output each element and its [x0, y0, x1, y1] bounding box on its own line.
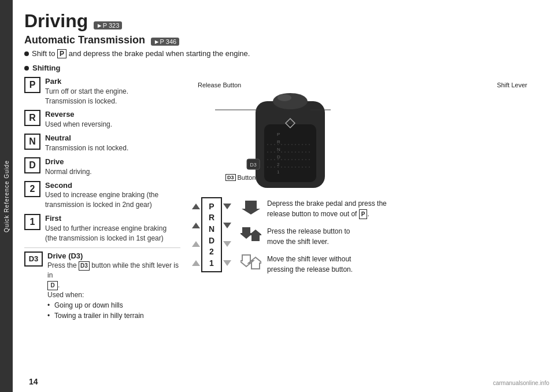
d3-button-label: D3 Button [225, 174, 256, 181]
gear-badge-d3: D3 [24, 252, 43, 267]
down-up-outline-icon [240, 253, 261, 271]
gear-info-d: Drive Normal driving. [45, 157, 92, 177]
prnd-r: R [209, 213, 214, 222]
gear-item-p: P Park Turn off or start the engine.Tran… [24, 77, 180, 106]
instr-icon-2 [240, 225, 261, 243]
gear-name-p: Park [45, 77, 128, 87]
svg-text:D3: D3 [250, 162, 257, 168]
gear-item-2: 2 Second Used to increase engine braking… [24, 181, 180, 210]
svg-text:1: 1 [277, 169, 280, 175]
gear-badge-p: P [24, 77, 40, 93]
svg-point-2 [278, 94, 291, 101]
instructions-panel: Depress the brake pedal and press the re… [240, 197, 539, 280]
arrow-down-1 [223, 204, 231, 209]
prnd-left-arrows [192, 197, 200, 272]
section-title: Automatic Transmission [24, 34, 145, 46]
gear-item-1: 1 First Used to further increase engine … [24, 214, 180, 243]
d-inline-badge: D [47, 281, 58, 290]
down-up-dark-icon [240, 225, 261, 243]
svg-point-1 [273, 93, 308, 109]
d3-bullet-1: Going up or down hills [47, 300, 180, 310]
prnd-1: 1 [209, 258, 214, 268]
p-badge: P [359, 209, 368, 219]
arrow-up-outline-1 [192, 241, 200, 247]
prnd-2: 2 [209, 247, 214, 256]
gear-list: P Park Turn off or start the engine.Tran… [24, 77, 180, 325]
gear-info-1: First Used to further increase engine br… [45, 214, 166, 243]
gear-badge-2: 2 [24, 181, 40, 197]
sidebar: Quick Reference Guide [0, 0, 13, 392]
gear-item-d3: D3 Drive (D3) Press the D3 button while … [24, 252, 180, 321]
gear-name-d3: Drive (D3) [47, 252, 180, 261]
shifting-bullet [24, 66, 29, 71]
gear-info-r: Reverse Used when reversing. [45, 110, 112, 130]
sidebar-label: Quick Reference Guide [3, 160, 10, 232]
arrow-up-outline-2 [192, 260, 200, 266]
svg-text:D: D [277, 154, 280, 160]
gear-desc-d: Normal driving. [45, 167, 92, 177]
arrow-up-1 [192, 204, 200, 209]
gear-badge-1: 1 [24, 214, 40, 230]
prnd-d: D [209, 236, 214, 245]
prnd-box: P R N D 2 1 [201, 197, 222, 272]
prnd-right-arrows [223, 197, 231, 272]
instr-text-3: Move the shift lever without pressing th… [267, 253, 353, 275]
prnd-p: P [209, 202, 214, 211]
main-content: Driving ►P 323 Automatic Transmission ►P… [13, 0, 555, 392]
gear-desc-2: Used to increase engine braking (thetran… [45, 190, 158, 210]
right-column: Release Button Shift Lever [186, 77, 539, 325]
shift-lever-label: Shift Lever [497, 82, 527, 88]
instruction-2: Press the release button to move the shi… [240, 225, 539, 247]
section-ref: ►P 346 [151, 38, 179, 46]
arrow-up-2 [192, 223, 200, 228]
arrow-down-outline-2 [223, 260, 231, 266]
instr-text-2: Press the release button to move the shi… [267, 225, 350, 247]
gear-item-n: N Neutral Transmission is not locked. [24, 134, 180, 153]
svg-text:P: P [277, 132, 280, 137]
intro-text: Shift to P and depress the brake pedal w… [32, 49, 250, 58]
prnd-diagram: P R N D 2 1 [192, 197, 231, 272]
instruction-3: Move the shift lever without pressing th… [240, 253, 539, 275]
gear-item-d: D Drive Normal driving. [24, 157, 180, 177]
bottom-section: P R N D 2 1 [186, 197, 539, 280]
svg-marker-20 [240, 227, 253, 239]
title-ref: ►P 323 [94, 21, 122, 29]
arrow-down-outline-1 [223, 241, 231, 247]
svg-marker-19 [242, 201, 260, 215]
gear-desc-p: Turn off or start the engine.Transmissio… [45, 87, 128, 106]
diagram-area: Release Button Shift Lever [198, 77, 539, 193]
watermark: carmanualsonline.info [493, 380, 549, 386]
gear-info-n: Neutral Transmission is not locked. [45, 134, 128, 153]
d3-inline-badge: D3 [79, 261, 90, 271]
gear-desc-r: Used when reversing. [45, 120, 112, 130]
d3-bullet-2: Towing a trailer in hilly terrain [47, 310, 180, 321]
shifting-label: Shifting [32, 64, 60, 72]
gear-badge-d: D [24, 157, 40, 173]
gear-info-d3: Drive (D3) Press the D3 button while the… [47, 252, 180, 321]
release-button-label: Release Button [198, 82, 241, 88]
svg-text:2: 2 [277, 162, 280, 167]
gear-desc-d3: Press the D3 button while the shift leve… [47, 261, 180, 299]
gear-name-r: Reverse [45, 110, 112, 120]
section-title-row: Automatic Transmission ►P 346 [24, 34, 539, 46]
gear-badge-n: N [24, 134, 40, 150]
page-number: 14 [29, 377, 38, 386]
bullet-dot [24, 51, 29, 56]
shifting-heading: Shifting [24, 64, 539, 72]
gear-desc-1: Used to further increase engine braking(… [45, 224, 166, 243]
gear-info-p: Park Turn off or start the engine.Transm… [45, 77, 128, 106]
d3-bullet-list: Going up or down hills Towing a trailer … [47, 300, 180, 321]
arrow-down-2 [223, 223, 231, 228]
gear-item-r: R Reverse Used when reversing. [24, 110, 180, 130]
shift-lever-diagram: D3 P R N D 2 1 [215, 90, 354, 202]
gear-name-n: Neutral [45, 134, 128, 143]
gear-name-1: First [45, 214, 166, 224]
page-title: Driving [24, 10, 88, 31]
svg-marker-21 [249, 230, 261, 241]
gear-badge-r: R [24, 110, 40, 126]
svg-text:R: R [277, 139, 280, 145]
prnd-n: N [209, 224, 214, 234]
content-area: P Park Turn off or start the engine.Tran… [24, 77, 539, 325]
gear-desc-n: Transmission is not locked. [45, 143, 128, 153]
svg-rect-3 [264, 124, 316, 182]
